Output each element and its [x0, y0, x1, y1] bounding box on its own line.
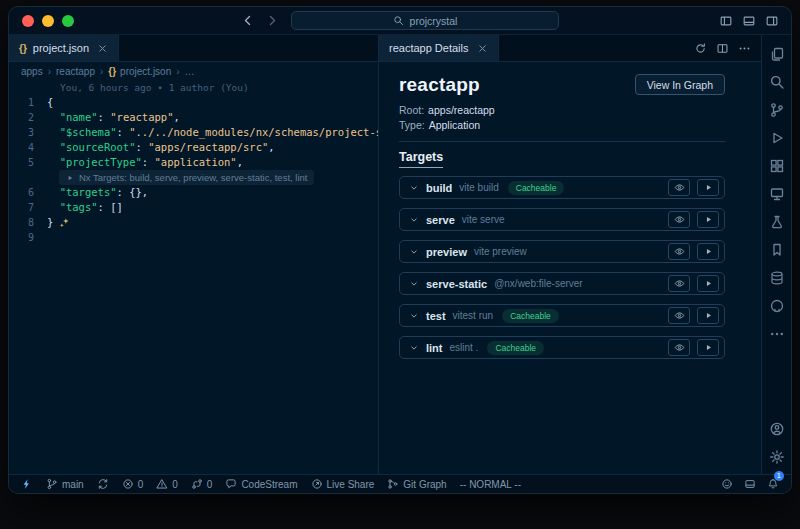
run-target-button[interactable]: [697, 243, 719, 260]
code-token: "name": [60, 111, 98, 123]
nx-project-details-panel: reactapp View In Graph Root:apps/reactap…: [379, 62, 761, 474]
notifications[interactable]: 1: [767, 478, 779, 490]
forward-icon[interactable]: [266, 14, 279, 27]
breadcrumb-item[interactable]: …: [185, 66, 195, 77]
vim-mode[interactable]: -- NORMAL --: [460, 479, 521, 490]
errors[interactable]: 0: [122, 478, 144, 490]
back-icon[interactable]: [241, 14, 254, 27]
breadcrumb-label: apps: [21, 66, 43, 77]
activitybar-files[interactable]: [769, 46, 785, 62]
breadcrumb-item[interactable]: reactapp: [56, 66, 95, 77]
live-share[interactable]: Live Share: [311, 478, 375, 490]
breadcrumb-item[interactable]: {}project.json: [108, 66, 171, 77]
target-row[interactable]: buildvite buildCacheable: [399, 176, 725, 199]
activitybar-source-control[interactable]: [769, 102, 785, 118]
play-icon: [704, 279, 713, 288]
code-token: "apps/reactapp/src": [148, 141, 268, 153]
activitybar-account[interactable]: [769, 421, 785, 437]
activitybar-extensions[interactable]: [769, 158, 785, 174]
refresh-button[interactable]: [694, 42, 707, 55]
activitybar-github[interactable]: [769, 298, 785, 314]
target-row[interactable]: testvitest runCacheable: [399, 304, 725, 327]
view-target-config-button[interactable]: [668, 275, 690, 292]
layout-secondary-icon: [765, 14, 779, 28]
close-tab-icon[interactable]: [477, 43, 488, 54]
activitybar-remote-explorer[interactable]: [769, 186, 785, 202]
line-number: 9: [9, 230, 47, 245]
run-target-button[interactable]: [697, 179, 719, 196]
remote-indicator[interactable]: [21, 478, 33, 490]
target-name: serve-static: [426, 278, 487, 290]
chevron-down-icon[interactable]: [409, 247, 419, 257]
git-branch[interactable]: main: [46, 478, 84, 490]
files-icon: [769, 46, 785, 62]
chevron-down-icon[interactable]: [409, 183, 419, 193]
activitybar-testing[interactable]: [769, 214, 785, 230]
warnings[interactable]: 0: [156, 478, 178, 490]
more-actions-button[interactable]: [738, 42, 751, 55]
run-target-button[interactable]: [697, 339, 719, 356]
codestream[interactable]: CodeStream: [225, 478, 297, 490]
run-target-button[interactable]: [697, 307, 719, 324]
close-window-button[interactable]: [22, 15, 34, 27]
more-icon: [769, 326, 785, 342]
play-icon: [704, 183, 713, 192]
chevron-down-icon[interactable]: [409, 311, 419, 321]
nx-targets-hint[interactable]: Nx Targets: build, serve, preview, serve…: [59, 170, 314, 185]
target-row[interactable]: serve-static@nx/web:file-server: [399, 272, 725, 295]
eye-icon: [674, 246, 685, 257]
chevron-down-icon[interactable]: [409, 279, 419, 289]
sync-status[interactable]: [97, 478, 109, 490]
target-row[interactable]: previewvite preview: [399, 240, 725, 263]
view-target-config-button[interactable]: [668, 307, 690, 324]
feedback[interactable]: [721, 478, 733, 490]
targets-list: buildvite buildCacheableservevite servep…: [399, 176, 725, 359]
eye-icon: [674, 342, 685, 353]
tab-reactapp-details[interactable]: reactapp Details: [379, 35, 499, 61]
breadcrumb-item[interactable]: apps: [21, 66, 43, 77]
chevron-down-icon[interactable]: [409, 343, 419, 353]
view-target-config-button[interactable]: [668, 179, 690, 196]
split-editor-button[interactable]: [716, 42, 729, 55]
tab-project-json[interactable]: {} project.json: [9, 35, 119, 61]
activitybar-search[interactable]: [769, 74, 785, 90]
sync-icon: [97, 478, 109, 490]
view-target-config-button[interactable]: [668, 339, 690, 356]
target-row[interactable]: linteslint .Cacheable: [399, 336, 725, 359]
editor[interactable]: You, 6 hours ago • 1 author (You) 1{2 "n…: [9, 80, 378, 474]
layout-secondary-button[interactable]: [765, 14, 779, 28]
play-icon: [66, 174, 74, 182]
editor-layout[interactable]: [744, 478, 756, 490]
code-token: [47, 201, 60, 213]
activitybar-more[interactable]: [769, 326, 785, 342]
chevron-down-icon[interactable]: [409, 215, 419, 225]
code-line: 2 "name": "reactapp",: [9, 110, 378, 125]
zoom-window-button[interactable]: [62, 15, 74, 27]
run-target-button[interactable]: [697, 211, 719, 228]
cacheable-badge: Cacheable: [502, 309, 559, 323]
command-center-search[interactable]: projcrystal: [291, 11, 559, 30]
git-graph[interactable]: Git Graph: [387, 478, 446, 490]
target-row[interactable]: servevite serve: [399, 208, 725, 231]
notification-badge: 1: [774, 471, 784, 481]
close-tab-icon[interactable]: [97, 43, 108, 54]
view-target-config-button[interactable]: [668, 211, 690, 228]
view-target-config-button[interactable]: [668, 243, 690, 260]
activitybar-database[interactable]: [769, 270, 785, 286]
breadcrumb-label: reactapp: [56, 66, 95, 77]
activitybar-settings[interactable]: [769, 449, 785, 465]
code-line: 3 "$schema": "../../node_modules/nx/sche…: [9, 125, 378, 140]
git-compare[interactable]: 0: [191, 478, 213, 490]
line-number: 8: [9, 215, 47, 230]
activitybar-run-debug[interactable]: [769, 130, 785, 146]
view-in-graph-button[interactable]: View In Graph: [635, 74, 725, 95]
layout-sidebar-button[interactable]: [719, 14, 733, 28]
project-title: reactapp: [399, 74, 480, 96]
nx-codelens-line: Nx Targets: build, serve, preview, serve…: [9, 170, 378, 185]
minimize-window-button[interactable]: [42, 15, 54, 27]
line-content: "$schema": "../../node_modules/nx/schema…: [47, 125, 378, 140]
layout-panel-button[interactable]: [742, 14, 756, 28]
run-target-button[interactable]: [697, 275, 719, 292]
activitybar-bookmarks[interactable]: [769, 242, 785, 258]
line-number: 2: [9, 110, 47, 125]
